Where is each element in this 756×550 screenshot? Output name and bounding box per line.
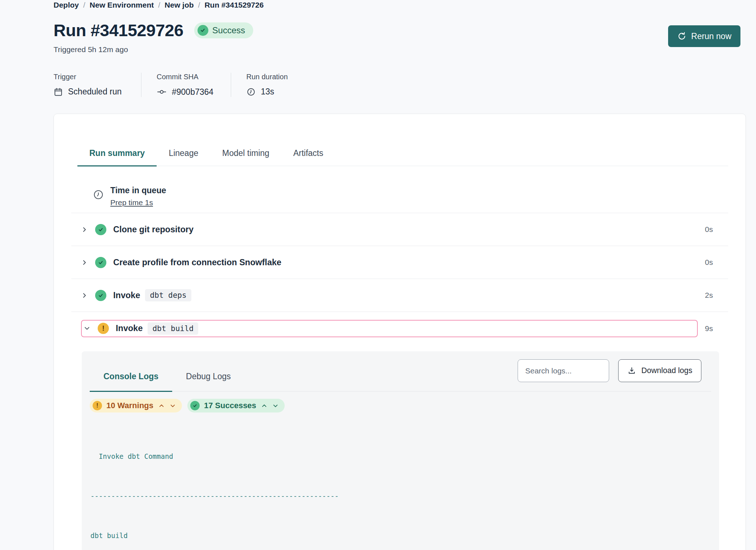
breadcrumb-item-deploy[interactable]: Deploy <box>54 1 79 9</box>
console-panel: Console Logs Debug Logs Download logs ! … <box>82 351 719 550</box>
breadcrumb-separator: / <box>198 1 200 9</box>
download-logs-button[interactable]: Download logs <box>618 359 701 382</box>
queue-clock-icon <box>93 186 104 207</box>
download-icon <box>627 366 636 375</box>
step-label: Invoke <box>116 323 143 333</box>
successes-badge[interactable]: 17 Successes <box>187 399 285 412</box>
meta-trigger-value: Scheduled run <box>68 87 122 97</box>
tab-debug-logs[interactable]: Debug Logs <box>172 372 245 392</box>
breadcrumb-separator: / <box>158 1 160 9</box>
step-code-chip: dbt deps <box>145 289 191 301</box>
meta-duration-label: Run duration <box>246 73 288 81</box>
step-label: Create profile from connection Snowflake <box>113 258 281 267</box>
run-meta: Trigger Scheduled run Commit SHA #900b73… <box>54 73 746 97</box>
success-icon <box>190 401 200 410</box>
meta-duration: Run duration 13s <box>231 73 303 97</box>
caret-down-icon[interactable] <box>170 403 176 409</box>
breadcrumb-separator: / <box>83 1 85 9</box>
clock-icon <box>246 87 256 97</box>
success-icon <box>95 290 106 301</box>
step-duration: 9s <box>705 324 713 333</box>
meta-trigger-label: Trigger <box>54 73 126 81</box>
warnings-badge-label: 10 Warnings <box>106 401 153 410</box>
step-code-chip: dbt build <box>148 322 198 335</box>
tab-console-logs[interactable]: Console Logs <box>90 372 172 392</box>
log-command: dbt build <box>90 529 709 542</box>
chevron-right-icon[interactable] <box>81 292 88 299</box>
caret-up-icon[interactable] <box>158 403 165 409</box>
calendar-icon <box>54 87 63 97</box>
refresh-icon <box>677 31 687 41</box>
warnings-badge[interactable]: ! 10 Warnings <box>90 399 182 412</box>
commit-icon <box>157 87 167 97</box>
run-detail-page: Deploy / New Environment / New job / Run… <box>54 0 746 550</box>
chevron-right-icon[interactable] <box>81 227 88 233</box>
caret-up-icon[interactable] <box>261 403 267 409</box>
chevron-down-icon[interactable] <box>84 325 90 331</box>
log-separator: ----------------------------------------… <box>90 490 709 503</box>
step-duration: 0s <box>705 225 713 234</box>
warning-icon: ! <box>93 401 102 410</box>
success-icon <box>95 257 106 268</box>
warning-icon: ! <box>98 323 109 334</box>
search-logs-input[interactable] <box>518 359 609 382</box>
header: Run #341529726 Success <box>54 20 746 40</box>
meta-commit: Commit SHA #900b7364 <box>141 73 231 97</box>
download-logs-label: Download logs <box>641 366 692 375</box>
success-icon <box>95 224 106 235</box>
step-row-create-profile[interactable]: Create profile from connection Snowflake… <box>71 246 728 279</box>
tab-artifacts[interactable]: Artifacts <box>281 148 335 166</box>
tab-model-timing[interactable]: Model timing <box>210 148 281 166</box>
breadcrumb-item-run: Run #341529726 <box>204 1 263 9</box>
triggered-text: Triggered 5h 12m ago <box>54 45 746 54</box>
tab-run-summary[interactable]: Run summary <box>77 148 157 166</box>
status-badge: Success <box>194 22 253 38</box>
breadcrumb-item-job[interactable]: New job <box>165 1 194 9</box>
breadcrumb: Deploy / New Environment / New job / Run… <box>54 0 746 9</box>
queue-title: Time in queue <box>110 186 166 195</box>
step-duration: 0s <box>705 258 713 267</box>
log-filter-badges: ! 10 Warnings 17 Successes <box>90 399 719 412</box>
tab-lineage[interactable]: Lineage <box>157 148 210 166</box>
chevron-right-icon[interactable] <box>81 259 88 266</box>
meta-duration-value: 13s <box>261 87 274 97</box>
step-duration: 2s <box>705 291 713 300</box>
breadcrumb-item-environment[interactable]: New Environment <box>90 1 154 9</box>
run-tabs: Run summary Lineage Model timing Artifac… <box>77 114 728 166</box>
run-summary-card: Run summary Lineage Model timing Artifac… <box>54 114 746 550</box>
status-badge-label: Success <box>212 25 245 35</box>
step-row-dbt-build[interactable]: ! Invoke dbt build 9s <box>71 312 728 345</box>
prep-time-link[interactable]: Prep time 1s <box>110 198 166 207</box>
rerun-button[interactable]: Rerun now <box>668 25 740 47</box>
meta-commit-label: Commit SHA <box>157 73 216 81</box>
step-row-clone-git[interactable]: Clone git repository 0s <box>71 213 728 246</box>
caret-down-icon[interactable] <box>272 403 279 409</box>
rerun-button-label: Rerun now <box>691 31 731 41</box>
meta-trigger: Trigger Scheduled run <box>54 73 141 97</box>
log-command-header: Invoke dbt Command <box>90 450 709 463</box>
step-label: Clone git repository <box>113 225 194 234</box>
successes-badge-label: 17 Successes <box>204 401 256 410</box>
step-label: Invoke <box>113 291 140 300</box>
meta-commit-value: #900b7364 <box>172 87 213 97</box>
time-in-queue: Time in queue Prep time 1s <box>93 186 728 207</box>
log-area: Invoke dbt Command ---------------------… <box>90 423 709 550</box>
step-row-dbt-deps[interactable]: Invoke dbt deps 2s <box>71 279 728 312</box>
selected-step-box[interactable]: ! Invoke dbt build <box>81 320 698 337</box>
check-icon <box>198 25 208 36</box>
page-title: Run #341529726 <box>54 20 183 40</box>
console-controls: Download logs <box>518 359 701 382</box>
